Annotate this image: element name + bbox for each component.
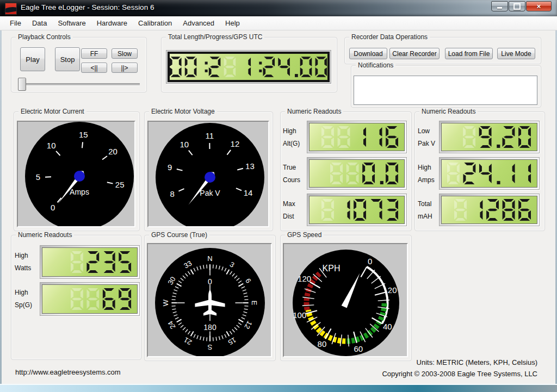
readout-label-true-course: True Cours	[283, 164, 300, 189]
motor-current-gauge: 0510152025Amps	[17, 121, 135, 227]
app-window: { "window": {"title": "Eagle Tree eLogge…	[0, 0, 557, 392]
svg-text:13: 13	[245, 161, 255, 171]
svg-text:120: 120	[298, 274, 311, 283]
fast-forward-button[interactable]: FF	[81, 48, 107, 59]
copyright-label: Copyright © 2003-2008 Eagle Tree Systems…	[382, 370, 537, 378]
lcd-max-dist	[307, 194, 407, 226]
step-forward-button[interactable]: ||>	[112, 63, 138, 73]
svg-text:12: 12	[231, 139, 240, 148]
window-title: Eagle Tree eLogger - Session: Session 6	[21, 3, 154, 11]
close-icon: ×	[537, 3, 541, 10]
clear-recorder-button[interactable]: Clear Recorder	[389, 48, 440, 59]
group-title: GPS Speed	[285, 231, 324, 239]
readout-label-high-amps: High Amps	[418, 164, 435, 189]
menu-software[interactable]: Software	[52, 17, 91, 29]
lcd-true-course	[307, 157, 407, 190]
window-frame-left	[0, 30, 2, 384]
group-title: Electric Motor Current	[18, 108, 86, 115]
group-title: Numeric Readouts	[285, 108, 343, 115]
svg-text:10: 10	[180, 140, 189, 149]
svg-text:W: W	[162, 299, 170, 306]
svg-text:15: 15	[79, 130, 88, 139]
group-title: Electric Motor Voltage	[149, 108, 217, 115]
group-title: Recorder Data Operations	[349, 33, 430, 41]
gps-course-gauge: N36E1215S2124W30330180	[147, 243, 272, 357]
lcd-high-alt	[307, 121, 407, 153]
group-title: Numeric Readouts	[419, 108, 478, 115]
numeric-readouts-mid-group: Numeric Readouts High Alt(G) True Cours …	[280, 111, 412, 231]
gps-course-group: GPS Course (True) N36E1215S2124W30330180	[144, 235, 276, 361]
lcd-high-amps	[439, 157, 540, 190]
maximize-icon	[513, 3, 521, 10]
step-back-button[interactable]: <||	[81, 63, 107, 73]
stop-button[interactable]: Stop	[55, 47, 80, 71]
motor-current-group: Electric Motor Current 0510152025Amps	[14, 111, 140, 231]
menu-data[interactable]: Data	[27, 17, 52, 29]
timer-group: Total Length/Progress/GPS UTC	[161, 37, 337, 92]
svg-text:80: 80	[318, 339, 327, 349]
group-title: Total Length/Progress/GPS UTC	[166, 33, 264, 41]
svg-text:11: 11	[205, 131, 214, 140]
minimize-button[interactable]	[491, 1, 508, 11]
svg-text:14: 14	[244, 188, 253, 197]
group-title: Numeric Readouts	[16, 231, 74, 239]
minimize-icon	[497, 7, 502, 9]
menu-hardware[interactable]: Hardware	[91, 17, 133, 29]
playback-controls-group: Playback Controls Play Stop FF Slow <|| …	[11, 37, 147, 92]
readout-label-max-dist: Max Dist	[283, 200, 295, 225]
motor-voltage-group: Electric Motor Voltage 891011121314Pak V	[144, 111, 273, 231]
readout-label-high-alt: High Alt(G)	[283, 127, 300, 152]
svg-text:10: 10	[47, 141, 56, 150]
svg-text:5: 5	[36, 172, 40, 182]
lcd-high-watts	[40, 245, 140, 279]
readout-label-total-mah: Total mAH	[418, 200, 432, 225]
readout-label-high-watts: High Watts	[15, 252, 31, 277]
menu-help[interactable]: Help	[220, 17, 245, 29]
svg-text:N: N	[207, 254, 212, 263]
svg-text:Amps: Amps	[70, 188, 89, 196]
svg-text:100: 100	[293, 310, 306, 320]
load-from-file-button[interactable]: Load from File	[445, 48, 493, 59]
svg-text:8: 8	[170, 189, 174, 198]
svg-text:Pak V: Pak V	[200, 189, 220, 197]
live-mode-button[interactable]: Live Mode	[497, 48, 535, 59]
playback-slider-thumb[interactable]	[18, 78, 26, 91]
playback-slider-track[interactable]	[19, 83, 140, 86]
svg-text:60: 60	[354, 344, 363, 353]
lcd-high-speed	[40, 282, 140, 316]
numeric-readouts-right-group: Numeric Readouts Low Pak V High Amps Tot…	[414, 111, 545, 231]
group-title: Notifications	[356, 61, 395, 69]
window-frame-bottom	[0, 384, 557, 392]
window-controls: ×	[491, 1, 552, 10]
svg-text:0: 0	[51, 203, 55, 212]
svg-text:180: 180	[203, 323, 216, 332]
menu-advanced[interactable]: Advanced	[177, 17, 220, 29]
svg-text:KPH: KPH	[323, 264, 341, 273]
svg-text:0: 0	[368, 257, 372, 266]
timer-lcd	[166, 50, 331, 84]
gps-speed-gauge: 020406080100120KPH	[283, 243, 408, 357]
svg-text:S: S	[207, 343, 212, 351]
svg-text:20: 20	[388, 285, 397, 295]
recorder-operations-group: Recorder Data Operations Download Clear …	[344, 37, 541, 64]
svg-text:9: 9	[168, 163, 172, 172]
slow-button[interactable]: Slow	[112, 48, 138, 59]
readout-label-low-pakv: Low Pak V	[418, 127, 435, 152]
numeric-readouts-left-group: Numeric Readouts High Watts High Sp(G)	[11, 235, 141, 360]
motor-voltage-gauge: 891011121314Pak V	[147, 121, 269, 227]
maximize-button[interactable]	[509, 1, 525, 11]
units-label: Units: METRIC (Meters, KPH, Celsius)	[417, 358, 537, 366]
svg-text:E: E	[250, 301, 258, 306]
notifications-box	[354, 76, 537, 105]
menu-file[interactable]: File	[4, 17, 27, 29]
svg-text:20: 20	[108, 147, 117, 156]
menu-calibration[interactable]: Calibration	[133, 17, 177, 29]
svg-text:0: 0	[208, 277, 212, 286]
download-button[interactable]: Download	[349, 48, 387, 59]
lcd-low-pakv	[439, 121, 540, 153]
title-bar[interactable]: Eagle Tree eLogger - Session: Session 6 …	[0, 0, 557, 16]
play-button[interactable]: Play	[20, 47, 45, 71]
website-url: http://www.eagletreesystems.com	[15, 368, 121, 376]
close-button[interactable]: ×	[526, 1, 552, 11]
group-title: Playback Controls	[16, 33, 73, 41]
